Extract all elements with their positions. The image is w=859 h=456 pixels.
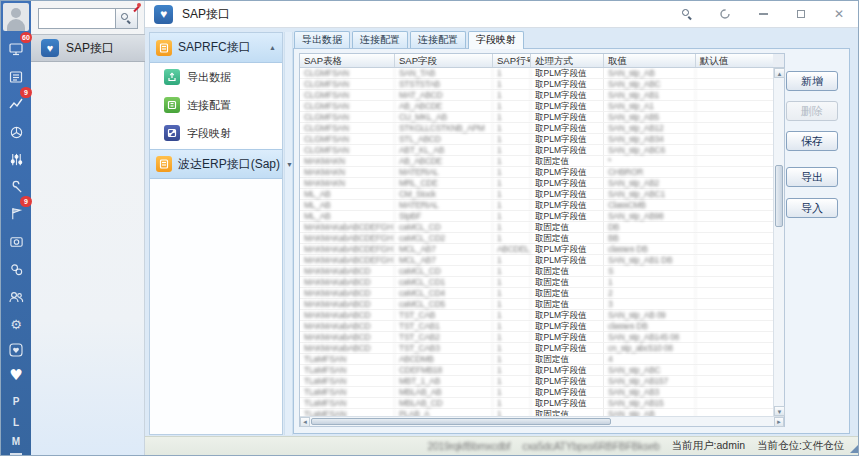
titlebar-search-icon[interactable] xyxy=(680,7,694,21)
current-store-label: 当前仓位:文件仓位 xyxy=(757,439,844,453)
gear-icon[interactable]: ⚙ xyxy=(1,312,31,336)
table-row[interactable]: CLGMFSANSTL_ABCD1取PLM字段值SAN_stp_AB34 xyxy=(300,134,773,145)
horizontal-scroll-thumb[interactable] xyxy=(311,418,611,425)
share-icon[interactable] xyxy=(1,257,31,281)
camera-icon[interactable] xyxy=(1,229,31,253)
table-row[interactable]: MAKMAKabABCDcaMCL_CD41取固定值2 xyxy=(300,288,773,299)
table-row[interactable]: MAKMAKabABCDTST_CAB21取PLM字段值SAN_stp_AB14… xyxy=(300,332,773,343)
sap-table-cell: MAKMAKabABCD xyxy=(300,343,395,353)
table-row[interactable]: MAKMAKabABCDEFGHcaMCL_CD1取固定值DB xyxy=(300,222,773,233)
table-row[interactable]: CLGMFSANSTSTSTAB1取PLM字段值SAN_stp_ABC xyxy=(300,79,773,90)
nav-item-field-mapping[interactable]: 字段映射 xyxy=(150,119,282,147)
nav-item-connection-config[interactable]: 连接配置 xyxy=(150,91,282,119)
table-row[interactable]: ML_ABCM_Stock1取PLM字段值SAN_stp_ABC1 xyxy=(300,189,773,200)
default-cell xyxy=(696,123,773,133)
table-row[interactable]: MAKMAKabABCDEFGHMCL_AB7ABCDEL_123取PLM字段值… xyxy=(300,244,773,255)
add-button[interactable]: 新增 xyxy=(786,71,838,91)
nav-item-export-data[interactable]: 导出数据 xyxy=(150,63,282,91)
table-row[interactable]: TLaMFSANABCDMB1取固定值4 xyxy=(300,354,773,365)
scroll-right-icon[interactable]: ► xyxy=(774,417,784,427)
monitor-icon[interactable]: 60 xyxy=(1,37,31,61)
table-row[interactable]: ML_ABStpBF1取PLM字段值SAN_stp_AB98 xyxy=(300,211,773,222)
wheel-icon[interactable] xyxy=(1,120,31,144)
users-icon[interactable] xyxy=(1,285,31,309)
import-button[interactable]: 导入 xyxy=(786,198,838,218)
table-row[interactable]: ML_ABMATERIAL1取PLM字段值ClassCMB xyxy=(300,200,773,211)
table-row[interactable]: MAKMAKNMATERIAL1取PLM字段值CHBROR xyxy=(300,167,773,178)
wrench-icon[interactable] xyxy=(1,174,31,198)
sap-table-cell: CLGMFSAN xyxy=(300,123,395,133)
avatar[interactable] xyxy=(3,3,29,31)
nav-group-boda-erp[interactable]: 波达ERP接口(Sap) ▼ xyxy=(150,149,282,179)
table-row[interactable]: TLaMFSANMBLAB_CD1取PLM字段值SAN_stp_AB15 xyxy=(300,398,773,409)
sap-line-cell: 1 xyxy=(493,134,531,144)
tab-connection-config-2[interactable]: 连接配置 xyxy=(410,31,466,48)
method-cell: 取PLM字段值 xyxy=(531,211,604,221)
export-button[interactable]: 导出 xyxy=(786,167,838,187)
tab-export-data[interactable]: 导出数据 xyxy=(294,31,350,48)
table-row[interactable]: MAKMAKabABCDcaMCL_CD1取固定值S xyxy=(300,266,773,277)
col-header-sap-line[interactable]: SAP行号 xyxy=(493,54,531,67)
tab-connection-config-1[interactable]: 连接配置 xyxy=(352,31,408,48)
table-row[interactable]: MAKMAKabABCDcaMCL_CD11取固定值1 xyxy=(300,277,773,288)
close-button[interactable]: ✕ xyxy=(832,7,846,21)
vertical-scrollbar[interactable]: ▲ ▼ xyxy=(773,68,784,416)
table-row[interactable]: TLaMFSANMBT_1_AB1取PLM字段值SAN_stp_AB157 xyxy=(300,376,773,387)
scroll-up-icon[interactable]: ▲ xyxy=(774,68,785,78)
horizontal-scrollbar[interactable]: ◄ ► xyxy=(300,416,784,426)
heart-shield-icon[interactable] xyxy=(1,338,31,362)
refresh-icon[interactable] xyxy=(718,7,732,21)
table-row[interactable]: CLGMFSANCU_MKL_AB1取PLM字段值SAN_stp_AB5 xyxy=(300,112,773,123)
col-header-value[interactable]: 取值 xyxy=(604,54,696,67)
mapping-table: SAP表格 SAP字段 SAP行号 处理方式 取值 默认值 CLGMFSANSA… xyxy=(299,53,785,427)
table-row[interactable]: TLaMFSANMBLAB_AB1取PLM字段值SAN_stp_AB3 xyxy=(300,387,773,398)
table-row[interactable]: TLaMFSANPLAB_A1取固定值SAN_stp_AB xyxy=(300,409,773,416)
menu-icon[interactable] xyxy=(1,445,31,456)
save-button[interactable]: 保存 xyxy=(786,131,838,151)
sap-line-cell: 1 xyxy=(493,299,531,309)
pin-icon[interactable] xyxy=(132,3,141,12)
table-row[interactable]: MAKMAKNAB_ABCDE1取固定值* xyxy=(300,156,773,167)
nav-group-saprfc[interactable]: SAPRFC接口 ▲ xyxy=(150,33,282,63)
default-cell xyxy=(696,101,773,111)
method-cell: 取固定值 xyxy=(531,266,604,276)
document-icon[interactable] xyxy=(1,65,31,89)
col-header-default[interactable]: 默认值 xyxy=(696,54,773,67)
col-header-sap-table[interactable]: SAP表格 xyxy=(300,54,395,67)
heart-icon[interactable]: ♥ xyxy=(1,363,31,387)
table-row[interactable]: CLGMFSANSAN_TAB1取PLM字段值SAN_stp_AB xyxy=(300,68,773,79)
table-row[interactable]: CLGMFSANAB_ABCDE1取PLM字段值SAN_stp_A1 xyxy=(300,101,773,112)
table-row[interactable]: MAKMAKabABCDTST_CAB11取PLM字段值classes DB xyxy=(300,321,773,332)
module-item-sap[interactable]: ♥ SAP接口 xyxy=(31,34,145,62)
vertical-scroll-thumb[interactable] xyxy=(775,165,783,227)
default-cell xyxy=(696,409,773,416)
col-header-method[interactable]: 处理方式 xyxy=(531,54,604,67)
col-header-sap-field[interactable]: SAP字段 xyxy=(395,54,493,67)
method-cell: 取PLM字段值 xyxy=(531,376,604,386)
search-input[interactable] xyxy=(38,8,115,29)
table-row[interactable]: MAKMAKNMRL_CDE1取PLM字段值SAN_stp_AB2 xyxy=(300,178,773,189)
panel-splitter[interactable] xyxy=(284,32,293,435)
chart-icon[interactable]: 9 xyxy=(1,92,31,116)
sap-field-cell: MCL_AB7 xyxy=(395,255,493,265)
table-row[interactable]: TLaMFSANCDEFMB181取PLM字段值SAN_stp_ABC xyxy=(300,365,773,376)
table-row[interactable]: MAKMAKabABCDEFGHMCL_AB71取PLM字段值SAN_stp_A… xyxy=(300,255,773,266)
table-row[interactable]: CLGMFSANMAT_ABCD1取PLM字段值SAN_stp_AB1 xyxy=(300,90,773,101)
resize-grip[interactable] xyxy=(850,445,858,453)
flag-icon[interactable]: 9 xyxy=(1,201,31,225)
minimize-button[interactable] xyxy=(756,7,770,21)
scroll-left-icon[interactable]: ◄ xyxy=(300,417,310,427)
table-row[interactable]: MAKMAKabABCDEFGHcaMCL_CD21取固定值BB xyxy=(300,233,773,244)
table-row[interactable]: CLGMFSANSTKGLLCSTKNB_APM1取PLM字段值SAN_stp_… xyxy=(300,123,773,134)
sliders-icon[interactable] xyxy=(1,147,31,171)
table-row[interactable]: MAKMAKabABCDTST_CAB1取PLM字段值SAN_stp_AB 09 xyxy=(300,310,773,321)
delete-button[interactable]: 删除 xyxy=(786,101,838,121)
sap-table-cell: TLaMFSAN xyxy=(300,354,395,364)
action-buttons: 新增 删除 保存 导出 导入 xyxy=(786,49,841,433)
table-row[interactable]: MAKMAKabABCDcaMCL_CD51取固定值3 xyxy=(300,299,773,310)
scroll-down-icon[interactable]: ▼ xyxy=(774,406,785,416)
table-row[interactable]: MAKMAKabABCDTST_CAB31取PLM字段值cn_stp_abc51… xyxy=(300,343,773,354)
table-row[interactable]: CLGMFSANABT_KL_AB1取PLM字段值SAN_stp_ABC6 xyxy=(300,145,773,156)
tab-field-mapping[interactable]: 字段映射 xyxy=(468,31,524,49)
maximize-button[interactable] xyxy=(794,7,808,21)
